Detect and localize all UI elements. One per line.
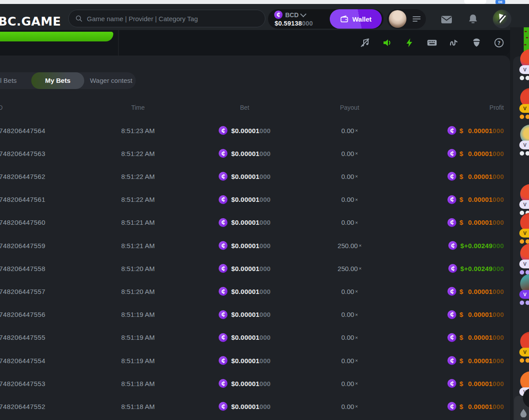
bcd-coin-icon: ₵: [447, 172, 456, 181]
bet-amount: ₵ $0.00001000: [201, 349, 289, 372]
chat-emoji-pair: [520, 239, 529, 244]
bet-table-row[interactable]: 748206447561 8:51:22 AM ₵ $0.00001000 0.…: [0, 188, 510, 211]
chat-emoji-pair: [520, 151, 529, 156]
balance-amount: $0.59138000: [275, 20, 313, 27]
bet-profit: ₵ $0.00001000: [398, 142, 504, 165]
bet-table-row[interactable]: 748206447556 8:51:19 AM ₵ $0.00001000 0.…: [0, 303, 510, 326]
game-banner-edge: [0, 32, 113, 41]
bet-time: 8:51:22 AM: [94, 142, 182, 165]
mail-icon[interactable]: [441, 14, 452, 25]
bet-id: 748206447555: [0, 326, 96, 349]
bet-table-row[interactable]: 748206447555 8:51:19 AM ₵ $0.00001000 0.…: [0, 326, 510, 349]
live-stats-icon[interactable]: [449, 37, 459, 48]
vip-level-badge: V: [519, 348, 529, 357]
bcd-coin-icon: ₵: [448, 264, 457, 273]
bet-amount: ₵ $0.00001000: [201, 119, 289, 142]
notifications-bell-icon[interactable]: [467, 13, 479, 25]
vip-level-badge: V: [519, 260, 529, 268]
bcd-coin-icon: ₵: [219, 264, 227, 273]
chevron-down-icon: [300, 11, 306, 17]
bet-payout: 0.00×: [305, 119, 394, 142]
bcd-coin-icon: ₵: [447, 333, 456, 342]
bet-table-row[interactable]: 748206447558 8:51:20 AM ₵ $0.00001000 25…: [0, 257, 510, 280]
wallet-label: Wallet: [352, 15, 372, 23]
search-input[interactable]: Game name | Provider | Category Tag: [68, 10, 265, 27]
bet-profit: ₵ $+0.00249000: [398, 234, 504, 257]
bet-amount: ₵ $0.00001000: [201, 165, 289, 188]
vip-level-badge: V: [519, 200, 529, 209]
header-bet: Bet: [201, 104, 289, 111]
bet-table-row[interactable]: 748206447554 8:51:19 AM ₵ $0.00001000 0.…: [0, 349, 510, 372]
bet-id: 748206447562: [0, 165, 96, 188]
bet-payout: 0.00×: [305, 326, 394, 349]
bcd-coin-icon: ₵: [219, 310, 227, 319]
bet-table-row[interactable]: 748206447557 8:51:20 AM ₵ $0.00001000 0.…: [0, 280, 510, 303]
bet-profit: ₵ $+0.00249000: [398, 257, 504, 280]
bet-payout: 0.00×: [305, 165, 394, 188]
bet-table-row[interactable]: 748206447559 8:51:21 AM ₵ $0.00001000 25…: [0, 234, 510, 257]
sound-on-icon[interactable]: [382, 37, 393, 48]
seeds-acorn-icon[interactable]: [471, 37, 482, 48]
bcd-coin-icon: ₵: [447, 126, 456, 135]
bcd-coin-icon: ₵: [219, 287, 227, 296]
bet-table-row[interactable]: 748206447553 8:51:18 AM ₵ $0.00001000 0.…: [0, 372, 510, 395]
bet-time: 8:51:20 AM: [94, 257, 182, 280]
bet-time: 8:51:22 AM: [94, 165, 182, 188]
chat-emoji-pair: [520, 301, 529, 305]
bcd-coin-icon: ₵: [448, 241, 457, 250]
currency-selector[interactable]: ₵ BCD: [274, 11, 305, 19]
translate-badge[interactable]: DE: [495, 0, 505, 4]
sports-flag-logo[interactable]: [493, 10, 511, 28]
search-placeholder: Game name | Provider | Category Tag: [87, 15, 198, 22]
bcd-coin-icon: ₵: [219, 172, 227, 181]
bet-payout: 0.00×: [305, 280, 394, 303]
bet-profit: ₵ $0.00001000: [398, 349, 504, 372]
bcd-coin-icon: ₵: [447, 356, 456, 365]
chat-emoji-pair: [520, 358, 529, 363]
wallet-button[interactable]: Wallet: [330, 9, 382, 29]
bet-table-row[interactable]: 748206447562 8:51:22 AM ₵ $0.00001000 0.…: [0, 165, 510, 188]
turbo-bolt-icon[interactable]: [404, 37, 415, 48]
bcd-coin-icon: ₵: [219, 356, 227, 365]
browser-chrome-strip: DE: [0, 0, 529, 4]
svg-text:?: ?: [498, 40, 501, 46]
bc-game-logo[interactable]: BC.GAME: [0, 15, 61, 28]
bet-payout: 0.00×: [305, 142, 394, 165]
tab-all-bets[interactable]: All Bets: [0, 72, 17, 89]
bet-id: 748206447559: [0, 234, 96, 257]
bet-table-row[interactable]: 748206447560 8:51:21 AM ₵ $0.00001000 0.…: [0, 211, 510, 234]
vip-level-badge: V: [519, 104, 529, 113]
bet-amount: ₵ $0.00001000: [201, 372, 289, 395]
user-avatar[interactable]: [389, 10, 406, 28]
rain-drop-icon[interactable]: [520, 409, 527, 417]
header-profit: Profit: [398, 104, 504, 111]
bcd-coin-icon: ₵: [219, 379, 227, 388]
chat-emoji-pair: [520, 76, 529, 80]
tab-my-bets[interactable]: My Bets: [31, 72, 84, 89]
bcd-coin-icon: ₵: [219, 333, 227, 342]
bcd-coin-icon: ₵: [219, 402, 227, 411]
bcd-coin-icon: ₵: [447, 218, 456, 227]
bet-table-row[interactable]: 748206447564 8:51:23 AM ₵ $0.00001000 0.…: [0, 119, 510, 142]
bet-table-row[interactable]: 748206447552 8:51:18 AM ₵ $0.00001000 0.…: [0, 395, 510, 418]
bet-id: 748206447552: [0, 395, 96, 418]
bet-payout: 0.00×: [305, 395, 394, 418]
bet-id: 748206447561: [0, 188, 96, 211]
music-muted-icon[interactable]: [360, 37, 370, 48]
bet-amount: ₵ $0.00001000: [201, 142, 289, 165]
tab-wager-contest[interactable]: Wager contest: [90, 72, 132, 89]
bet-amount: ₵ $0.00001000: [201, 303, 289, 326]
account-menu-icon[interactable]: [413, 16, 421, 22]
browser-control: [464, 0, 486, 4]
bet-amount: ₵ $0.00001000: [201, 326, 289, 349]
bc-game-screen: DE BC.GAME Game name | Provider | Catego…: [0, 0, 529, 420]
hotkeys-keyboard-icon[interactable]: [427, 37, 437, 48]
bet-id: 748206447553: [0, 372, 96, 395]
bet-table-row[interactable]: 748206447563 8:51:22 AM ₵ $0.00001000 0.…: [0, 142, 510, 165]
bcd-coin-icon: ₵: [447, 195, 456, 204]
bet-id: 748206447564: [0, 119, 96, 142]
bet-profit: ₵ $0.00001000: [398, 326, 504, 349]
header-payout: Payout: [305, 104, 394, 111]
help-icon[interactable]: ?: [494, 37, 504, 48]
bet-time: 8:51:18 AM: [94, 395, 182, 418]
